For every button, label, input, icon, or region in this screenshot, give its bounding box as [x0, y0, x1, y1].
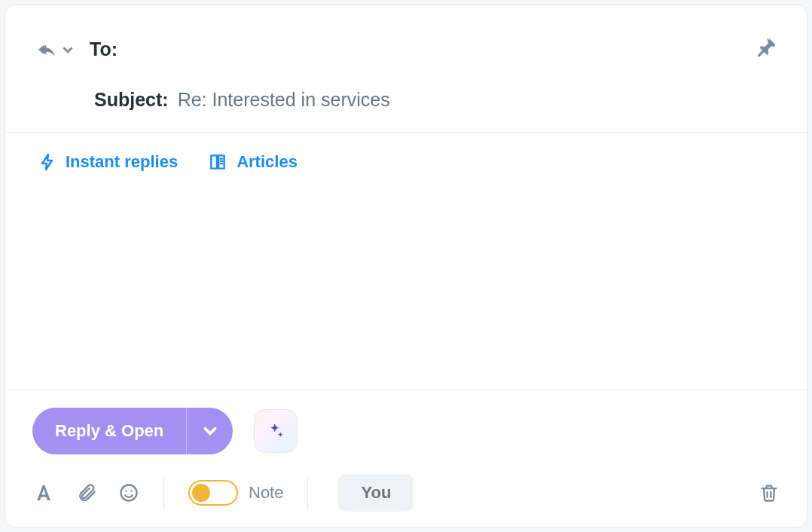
pin-button[interactable]	[754, 35, 778, 63]
toggle-thumb	[192, 484, 210, 502]
to-row: To:	[38, 38, 774, 60]
ai-sparkle-button[interactable]	[254, 409, 298, 453]
quick-actions: Instant replies Articles	[5, 133, 807, 172]
subject-row: Subject: Re: Interested in services	[38, 89, 774, 111]
smile-icon	[118, 482, 139, 503]
text-format-button[interactable]	[32, 482, 55, 504]
pin-icon	[754, 35, 778, 60]
trash-icon	[759, 482, 780, 503]
subject-label: Subject:	[94, 89, 169, 111]
note-toggle[interactable]	[188, 480, 238, 506]
reply-all-dropdown[interactable]	[38, 41, 73, 58]
reply-open-button[interactable]: Reply & Open	[32, 408, 186, 454]
lightning-icon	[38, 152, 56, 172]
svg-point-2	[130, 491, 132, 492]
divider	[163, 476, 164, 509]
articles-button[interactable]: Articles	[208, 152, 298, 172]
to-label: To:	[90, 38, 118, 60]
instant-replies-label: Instant replies	[66, 152, 178, 172]
compose-footer: Reply & Open	[5, 389, 807, 527]
svg-point-1	[125, 491, 127, 492]
reply-open-label: Reply & Open	[55, 421, 163, 441]
delete-button[interactable]	[759, 482, 780, 503]
compose-header: To: Subject: Re: Interested in services	[5, 5, 807, 133]
chevron-down-icon	[203, 423, 218, 439]
emoji-button[interactable]	[118, 482, 139, 503]
instant-replies-button[interactable]: Instant replies	[38, 152, 178, 172]
reply-open-split-button: Reply & Open	[32, 408, 233, 454]
divider	[307, 476, 308, 509]
compose-panel: To: Subject: Re: Interested in services …	[5, 5, 807, 527]
from-you-button[interactable]: You	[338, 474, 414, 512]
note-label: Note	[249, 483, 283, 503]
chevron-down-icon	[63, 44, 73, 55]
compose-body[interactable]	[5, 172, 807, 389]
attachment-button[interactable]	[76, 482, 97, 503]
subject-value: Re: Interested in services	[178, 89, 390, 111]
you-label: You	[361, 483, 391, 502]
book-icon	[208, 152, 227, 172]
articles-label: Articles	[237, 152, 298, 172]
svg-point-0	[121, 485, 137, 501]
sparkle-icon	[264, 420, 287, 442]
reply-open-dropdown[interactable]	[186, 408, 233, 454]
paperclip-icon	[76, 482, 97, 503]
text-format-icon	[32, 482, 55, 504]
note-toggle-group: Note	[188, 480, 283, 506]
reply-all-icon	[38, 41, 60, 58]
